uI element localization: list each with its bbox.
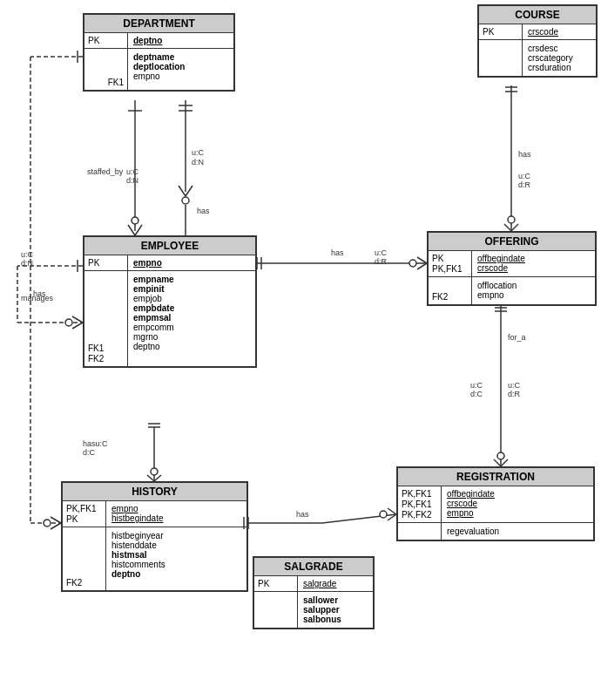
label-dr-reg2: d:R bbox=[508, 390, 521, 398]
hist-attr-histenddate: histenddate bbox=[111, 540, 241, 550]
svg-line-46 bbox=[154, 475, 161, 481]
reg-pk2-label: PK,FK1 bbox=[402, 500, 437, 509]
svg-line-32 bbox=[417, 263, 427, 269]
hist-attr-histmsal: histmsal bbox=[111, 550, 241, 560]
off-pk2-label: PK,FK1 bbox=[432, 264, 468, 274]
label-uc-course: u:C bbox=[518, 172, 531, 180]
emp-fk1-label: FK1 bbox=[88, 343, 124, 353]
svg-line-52 bbox=[388, 508, 396, 514]
department-title: DEPARTMENT bbox=[84, 15, 233, 33]
entity-department: DEPARTMENT PK deptno FK1 deptname deptlo… bbox=[83, 13, 235, 92]
hist-attr-histbeginyear: histbeginyear bbox=[111, 531, 241, 540]
svg-line-49 bbox=[322, 514, 396, 523]
label-uc-dept: u:C bbox=[192, 148, 205, 157]
hist-attr-deptno: deptno bbox=[111, 569, 241, 579]
svg-line-17 bbox=[51, 517, 61, 523]
off-pk2-attr: crscode bbox=[477, 263, 590, 273]
svg-line-31 bbox=[417, 257, 427, 263]
label-manages: manages bbox=[21, 294, 54, 302]
label-has-dept-emp: has bbox=[197, 207, 210, 215]
entity-history: HISTORY PK,FK1 PK empno histbegindate FK… bbox=[61, 481, 248, 592]
emp-fk2-label: FK2 bbox=[88, 354, 124, 364]
svg-point-19 bbox=[44, 520, 51, 527]
emp-attr-empinit: empinit bbox=[133, 284, 250, 294]
reg-pk2-attr: crscode bbox=[447, 499, 588, 508]
emp-attr-empname: empname bbox=[133, 275, 250, 284]
hist-pk2-attr: histbegindate bbox=[111, 513, 241, 523]
label-dc-hist: d:C bbox=[83, 448, 96, 457]
dept-attr-deptname: deptname bbox=[133, 52, 228, 62]
svg-line-10 bbox=[135, 225, 142, 235]
svg-point-61 bbox=[497, 452, 504, 459]
svg-point-26 bbox=[65, 319, 72, 326]
entity-salgrade: SALGRADE PK salgrade sallower salupper s… bbox=[253, 556, 375, 629]
off-attr-empno: empno bbox=[477, 290, 590, 300]
off-pk1-attr: offbegindate bbox=[477, 254, 590, 263]
svg-line-39 bbox=[511, 224, 518, 231]
sal-attr-salupper: salupper bbox=[303, 605, 368, 615]
label-uc-manages: u:C bbox=[21, 250, 34, 259]
label-dn-dept2: d:N bbox=[126, 176, 138, 185]
entity-registration: REGISTRATION PK,FK1 PK,FK1 PK,FK2 offbeg… bbox=[396, 466, 595, 541]
reg-pk1-label: PK,FK1 bbox=[402, 489, 437, 499]
svg-line-45 bbox=[147, 475, 154, 481]
reg-pk1-attr: offbegindate bbox=[447, 489, 588, 499]
label-dn-manages: d:N bbox=[21, 259, 33, 268]
label-has-course: has bbox=[518, 150, 531, 159]
sal-attr-salbonus: salbonus bbox=[303, 615, 368, 624]
svg-point-54 bbox=[380, 511, 387, 518]
label-for-a: for_a bbox=[508, 333, 526, 342]
svg-line-2 bbox=[186, 186, 192, 196]
emp-attr-empjob: empjob bbox=[133, 294, 250, 303]
reg-attr-regevaluation: regevaluation bbox=[447, 527, 588, 536]
registration-title: REGISTRATION bbox=[398, 468, 593, 486]
course-pk-attr: crscode bbox=[528, 27, 558, 37]
label-dr-off: d:R bbox=[375, 257, 388, 266]
svg-line-18 bbox=[51, 523, 61, 529]
dept-pk-attr: deptno bbox=[133, 36, 162, 45]
entity-employee: EMPLOYEE PK empno FK1 FK2 empname empini… bbox=[83, 235, 257, 368]
emp-attr-deptno: deptno bbox=[133, 342, 250, 351]
hist-attr-histcomments: histcomments bbox=[111, 560, 241, 569]
emp-attr-mgrno: mgrno bbox=[133, 332, 250, 342]
label-has-left: has bbox=[33, 289, 46, 298]
reg-pk3-attr: empno bbox=[447, 508, 588, 518]
entity-course: COURSE PK crscode crsdesc crscategory cr… bbox=[477, 4, 598, 78]
svg-line-60 bbox=[501, 459, 508, 466]
svg-line-53 bbox=[388, 514, 396, 520]
sal-attr-sallower: sallower bbox=[303, 595, 368, 605]
course-title: COURSE bbox=[479, 6, 596, 24]
diagram-container: DEPARTMENT PK deptno FK1 deptname deptlo… bbox=[0, 0, 601, 700]
label-hasu-c: hasu:C bbox=[83, 439, 108, 448]
sal-pk-attr: salgrade bbox=[303, 579, 336, 588]
svg-point-33 bbox=[409, 260, 416, 267]
emp-attr-empbdate: empbdate bbox=[133, 303, 250, 313]
emp-pk-label: PK bbox=[88, 258, 124, 268]
svg-line-59 bbox=[494, 459, 501, 466]
off-attr-offlocation: offlocation bbox=[477, 281, 590, 290]
label-has-hist-reg: has bbox=[296, 510, 309, 519]
hist-pk2-label: PK bbox=[66, 514, 102, 524]
course-attr-crsduration: crsduration bbox=[528, 63, 591, 72]
sal-pk-label: PK bbox=[258, 579, 294, 588]
emp-attr-empmsal: empmsal bbox=[133, 313, 250, 323]
offering-title: OFFERING bbox=[429, 233, 595, 251]
dept-fk1-label: FK1 bbox=[108, 78, 124, 87]
dept-pk-label: PK bbox=[88, 36, 124, 45]
dept-attr-deptlocation: deptlocation bbox=[133, 62, 228, 71]
label-dc-reg1: d:C bbox=[470, 390, 483, 398]
svg-line-1 bbox=[179, 186, 186, 196]
label-staffed-by: staffed_by bbox=[87, 167, 124, 176]
svg-point-40 bbox=[508, 216, 515, 223]
history-title: HISTORY bbox=[63, 483, 246, 501]
svg-line-38 bbox=[504, 224, 511, 231]
dept-attr-empno: empno bbox=[133, 71, 228, 81]
course-attr-crscategory: crscategory bbox=[528, 53, 591, 63]
hist-pk1-attr: empno bbox=[111, 504, 241, 513]
employee-title: EMPLOYEE bbox=[84, 237, 255, 255]
svg-point-11 bbox=[132, 217, 138, 224]
label-has-emp-off: has bbox=[331, 248, 344, 257]
course-attr-crsdesc: crsdesc bbox=[528, 44, 591, 53]
label-uc-reg2: u:C bbox=[508, 381, 521, 390]
label-uc-reg1: u:C bbox=[470, 381, 483, 390]
